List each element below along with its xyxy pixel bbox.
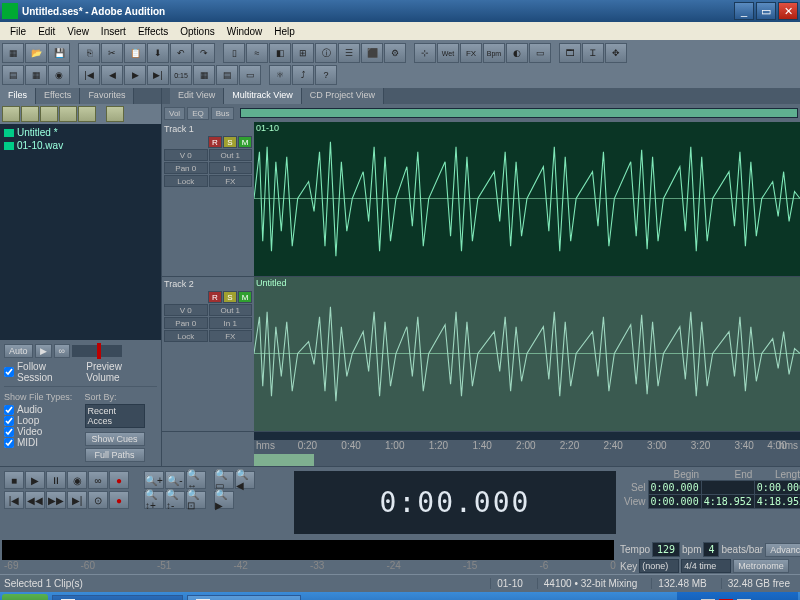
tab-favorites[interactable]: Favorites <box>80 88 134 104</box>
tool-convert[interactable]: ≈ <box>246 43 268 63</box>
sel-length[interactable]: 0:00.000 <box>754 481 800 495</box>
full-paths-button[interactable]: Full Paths <box>85 448 145 462</box>
time-ruler[interactable]: hms 0:200:401:001:201:402:002:202:403:00… <box>254 440 800 454</box>
file-list[interactable]: Untitled * 01-10.wav <box>0 124 161 340</box>
tool-pan[interactable]: ◐ <box>506 43 528 63</box>
waveform-area[interactable]: 01-10 1 Untitled 2 hms 0:200:401:001:201… <box>254 122 800 466</box>
key-dropdown[interactable]: (none) <box>639 559 679 573</box>
tool-trim[interactable]: ▯ <box>223 43 245 63</box>
sort-dropdown[interactable]: Recent Acces <box>85 404 145 428</box>
tool-paste[interactable]: 📋 <box>124 43 146 63</box>
track1-lock[interactable]: Lock <box>164 175 208 187</box>
tool-cuelist[interactable]: ☰ <box>338 43 360 63</box>
type-loop-checkbox[interactable] <box>4 416 14 426</box>
tool-spectral[interactable]: ⬛ <box>361 43 383 63</box>
track1-vol[interactable]: V 0 <box>164 149 208 161</box>
preview-volume-slider[interactable] <box>72 345 122 357</box>
tool-mix[interactable]: ⬇ <box>147 43 169 63</box>
tab-files[interactable]: Files <box>0 88 36 104</box>
taskbar-app-audition[interactable]: Untitled.ses* - Adob... <box>52 595 183 600</box>
zoom-out-v[interactable]: 🔍↕- <box>165 491 185 509</box>
loop-preview[interactable]: ∞ <box>54 344 70 358</box>
track1-clip[interactable]: 01-10 1 <box>254 122 800 277</box>
rewind-button[interactable]: ◀◀ <box>25 491 45 509</box>
level-meter[interactable] <box>2 540 614 560</box>
zoom-out-h[interactable]: 🔍- <box>165 471 185 489</box>
horizontal-scrollbar[interactable] <box>254 454 800 466</box>
view-edit[interactable]: ▤ <box>2 65 24 85</box>
track2-solo[interactable]: S <box>223 291 237 303</box>
tool-adjust[interactable]: ◧ <box>269 43 291 63</box>
eq-button[interactable]: EQ <box>187 107 209 120</box>
sel-end[interactable] <box>701 481 754 495</box>
tool-snap[interactable]: ⊹ <box>414 43 436 63</box>
scripts[interactable]: ⚛ <box>269 65 291 85</box>
advanced-button[interactable]: Advanced <box>765 543 800 557</box>
tool-undo[interactable]: ↶ <box>170 43 192 63</box>
tool-select[interactable]: Ꮖ <box>582 43 604 63</box>
go-end-button[interactable]: ▶| <box>67 491 87 509</box>
tool-move[interactable]: ✥ <box>605 43 627 63</box>
zoom-sel-r[interactable]: 🔍▶ <box>214 491 234 509</box>
file-insert[interactable] <box>40 106 58 122</box>
taskbar-app-photoshop[interactable]: Adobe Photoshop <box>187 595 302 600</box>
nav-next[interactable]: ▶| <box>147 65 169 85</box>
zoom-sel-l[interactable]: 🔍◀ <box>235 471 255 489</box>
track1-record[interactable]: R <box>208 136 222 148</box>
menu-edit[interactable]: Edit <box>32 24 61 39</box>
tool-help[interactable]: ? <box>315 65 337 85</box>
track1-mute[interactable]: M <box>238 136 252 148</box>
track2-out[interactable]: Out 1 <box>209 304 253 316</box>
tool-env[interactable]: ▭ <box>529 43 551 63</box>
bus-button[interactable]: Bus <box>211 107 235 120</box>
tab-multitrack-view[interactable]: Multitrack View <box>224 88 301 104</box>
beats-input[interactable] <box>703 542 719 557</box>
show-cues-button[interactable]: Show Cues <box>85 432 145 446</box>
nav-prev[interactable]: ◀ <box>101 65 123 85</box>
menu-options[interactable]: Options <box>174 24 220 39</box>
record-button[interactable]: ● <box>109 471 129 489</box>
file-close[interactable] <box>21 106 39 122</box>
type-audio-checkbox[interactable] <box>4 405 14 415</box>
maximize-button[interactable]: ▭ <box>756 2 776 20</box>
zoom-reset[interactable]: 🔍⊡ <box>186 491 206 509</box>
file-import[interactable] <box>2 106 20 122</box>
view-end[interactable]: 4:18.952 <box>701 495 754 509</box>
nav-left[interactable]: |◀ <box>78 65 100 85</box>
playloop-button[interactable]: ◉ <box>67 471 87 489</box>
stop-button[interactable]: ■ <box>4 471 24 489</box>
tab-effects[interactable]: Effects <box>36 88 80 104</box>
tool-cut[interactable]: ✂ <box>101 43 123 63</box>
file-edit[interactable] <box>59 106 77 122</box>
sel-begin[interactable]: 0:00.000 <box>648 481 701 495</box>
timesig-dropdown[interactable]: 4/4 time <box>681 559 731 573</box>
start-button[interactable]: start <box>2 594 48 600</box>
track1-out[interactable]: Out 1 <box>209 149 253 161</box>
view-begin[interactable]: 0:00.000 <box>648 495 701 509</box>
play-button[interactable]: ▶ <box>25 471 45 489</box>
type-video-checkbox[interactable] <box>4 427 14 437</box>
tab-cd-view[interactable]: CD Project View <box>302 88 384 104</box>
track2-vol[interactable]: V 0 <box>164 304 208 316</box>
view-cd[interactable]: ◉ <box>48 65 70 85</box>
track1-pan[interactable]: Pan 0 <box>164 162 208 174</box>
nav-grid3[interactable]: ▭ <box>239 65 261 85</box>
follow-session-checkbox[interactable] <box>4 367 14 377</box>
nav-grid1[interactable]: ▦ <box>193 65 215 85</box>
punch-button[interactable]: ⊙ <box>88 491 108 509</box>
tool-redo[interactable]: ↷ <box>193 43 215 63</box>
minimize-button[interactable]: _ <box>734 2 754 20</box>
loop-button[interactable]: ∞ <box>88 471 108 489</box>
nav-dur[interactable]: 0:15 <box>170 65 192 85</box>
time-display[interactable]: 0:00.000 <box>294 471 616 534</box>
zoom-sel[interactable]: 🔍▭ <box>214 471 234 489</box>
menu-view[interactable]: View <box>61 24 95 39</box>
track1-fx[interactable]: FX <box>209 175 253 187</box>
timeline-overview[interactable] <box>240 108 798 118</box>
tool-open[interactable]: 📂 <box>25 43 47 63</box>
track2-fx[interactable]: FX <box>209 330 253 342</box>
play-preview[interactable]: ▶ <box>35 344 52 358</box>
vol-button[interactable]: Vol <box>164 107 185 120</box>
track1-in[interactable]: In 1 <box>209 162 253 174</box>
file-item[interactable]: 01-10.wav <box>2 139 159 152</box>
